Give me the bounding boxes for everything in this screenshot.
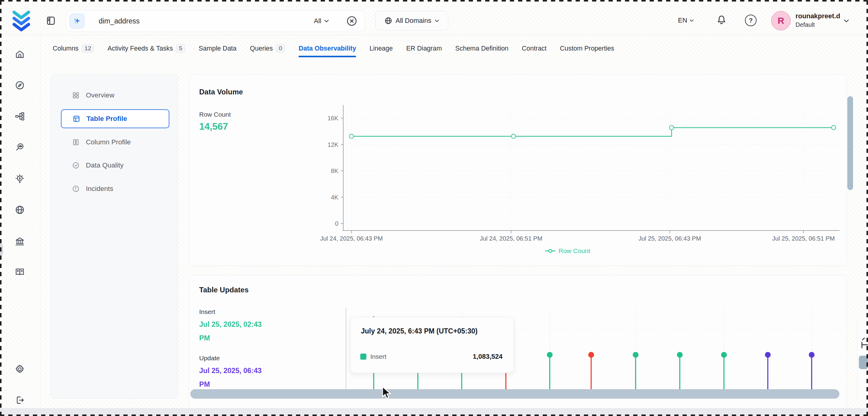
user-name: rounakpreet.d [796, 12, 840, 20]
chevron-down-icon [324, 20, 329, 23]
left-nav-rail [0, 35, 40, 416]
tab-er-diagram[interactable]: ER Diagram [406, 40, 442, 57]
bottom-edge-strip [0, 408, 868, 416]
right-scrollbar-thumb[interactable] [859, 356, 868, 369]
update-summary: Update Jul 25, 2025, 06:43 PM [199, 354, 272, 391]
data-volume-title: Data Volume [199, 88, 243, 96]
row-count-value: 14,567 [199, 121, 228, 132]
menu-item-label: Incidents [86, 185, 113, 193]
menu-item-label: Data Quality [86, 161, 124, 169]
home-icon[interactable] [14, 49, 25, 59]
notifications-button[interactable] [716, 14, 727, 26]
chevron-down-icon [435, 20, 439, 22]
row-count-label: Row Count [199, 111, 231, 118]
settings-gear-icon[interactable] [14, 364, 25, 374]
tab-columns[interactable]: Columns12 [53, 40, 94, 57]
tooltip-row: Insert 1,083,524 [360, 353, 502, 360]
avatar[interactable]: R [771, 11, 790, 30]
search-scope-dropdown[interactable]: All [314, 10, 329, 32]
tab-lineage[interactable]: Lineage [369, 40, 393, 57]
insert-time: Jul 25, 2025, 02:43 PM [199, 318, 272, 345]
check-circle-icon [72, 161, 80, 169]
horizontal-scrollbar[interactable] [190, 389, 839, 398]
tooltip-row-label: Insert [370, 353, 386, 360]
glossary-book-icon[interactable] [14, 267, 25, 277]
tab-data-observability[interactable]: Data Observability [299, 40, 356, 57]
insights-bulb-icon[interactable] [14, 173, 25, 184]
tab-custom-properties[interactable]: Custom Properties [560, 40, 614, 57]
search-clear-button[interactable] [346, 15, 358, 27]
bell-icon [716, 14, 727, 26]
menu-item-column-profile[interactable]: Column Profile [61, 134, 169, 151]
sidebar-resize-handle[interactable] [0, 244, 3, 256]
avatar-initial: R [778, 15, 784, 26]
entity-tabbar: Columns12 Activity Feeds & Tasks5 Sample… [53, 40, 614, 57]
row-count-legend[interactable]: Row Count [545, 247, 590, 255]
tab-contract[interactable]: Contract [522, 40, 547, 57]
search-input[interactable]: dim_address [99, 10, 140, 32]
menu-item-table-profile[interactable]: Table Profile [61, 109, 169, 128]
mouse-cursor [381, 386, 394, 402]
tooltip-row-value: 1,083,524 [473, 353, 502, 360]
globe-icon [384, 17, 392, 25]
global-search-bar[interactable]: dim_address All [65, 10, 365, 32]
question-icon: ? [749, 17, 752, 24]
active-tab-underline [299, 56, 356, 57]
insert-label: Insert [199, 308, 272, 316]
tab-schema-definition[interactable]: Schema Definition [455, 40, 508, 57]
tab-activity-feeds[interactable]: Activity Feeds & Tasks5 [107, 40, 185, 57]
table-updates-title: Table Updates [199, 286, 249, 294]
discovery-search-icon[interactable] [14, 142, 25, 153]
explore-compass-icon[interactable] [14, 80, 25, 91]
domains-label: All Domains [396, 17, 431, 25]
help-button[interactable]: ? [745, 14, 756, 26]
tab-count-badge: 0 [276, 44, 285, 53]
insert-summary: Insert Jul 25, 2025, 02:43 PM [199, 308, 272, 345]
chart-tooltip: July 24, 2025, 6:43 PM (UTC+05:30) Inser… [350, 317, 514, 373]
menu-item-incidents[interactable]: Incidents [61, 180, 169, 197]
sidebar-toggle-icon[interactable] [46, 15, 56, 26]
menu-item-overview[interactable]: Overview [61, 87, 169, 104]
chevron-down-icon [689, 19, 694, 22]
expand-panel-icon[interactable] [861, 336, 868, 351]
legend-line-icon [545, 249, 556, 253]
grid-icon [72, 91, 80, 99]
legend-label: Row Count [559, 247, 590, 255]
update-time: Jul 25, 2025, 06:43 PM [199, 364, 272, 391]
insert-color-swatch [360, 354, 366, 360]
menu-item-label: Column Profile [86, 138, 131, 146]
tab-count-badge: 12 [82, 44, 94, 53]
tab-queries[interactable]: Queries0 [250, 40, 285, 57]
columns-icon [72, 138, 80, 146]
domains-globe-icon[interactable] [14, 205, 25, 215]
vertical-scrollbar[interactable] [847, 96, 853, 190]
menu-item-label: Overview [86, 91, 115, 99]
tab-sample-data[interactable]: Sample Data [198, 40, 236, 57]
user-menu-chevron[interactable] [844, 18, 849, 24]
search-scope-value: All [314, 17, 321, 25]
exclamation-circle-icon [72, 185, 80, 193]
tab-count-badge: 5 [176, 44, 185, 53]
menu-item-data-quality[interactable]: Data Quality [61, 157, 169, 174]
update-label: Update [199, 354, 272, 362]
table-icon [72, 115, 81, 123]
logout-icon[interactable] [14, 395, 25, 405]
data-volume-card [189, 74, 847, 266]
language-dropdown[interactable]: EN [678, 11, 694, 30]
close-circle-icon [346, 15, 358, 27]
domains-dropdown[interactable]: All Domains [375, 11, 448, 30]
tooltip-title: July 24, 2025, 6:43 PM (UTC+05:30) [361, 327, 477, 335]
topbar-divider [0, 35, 868, 35]
lineage-flow-icon[interactable] [14, 111, 25, 122]
logo-chevron-1 [14, 12, 29, 18]
app-logo[interactable] [11, 10, 32, 32]
governance-bank-icon[interactable] [14, 236, 25, 247]
capture-border-top [0, 0, 868, 2]
menu-item-label: Table Profile [87, 115, 127, 123]
chevron-down-icon [844, 19, 849, 23]
ai-sparkle-icon[interactable] [69, 13, 85, 29]
user-team: Default [796, 21, 815, 28]
language-label: EN [678, 17, 687, 24]
